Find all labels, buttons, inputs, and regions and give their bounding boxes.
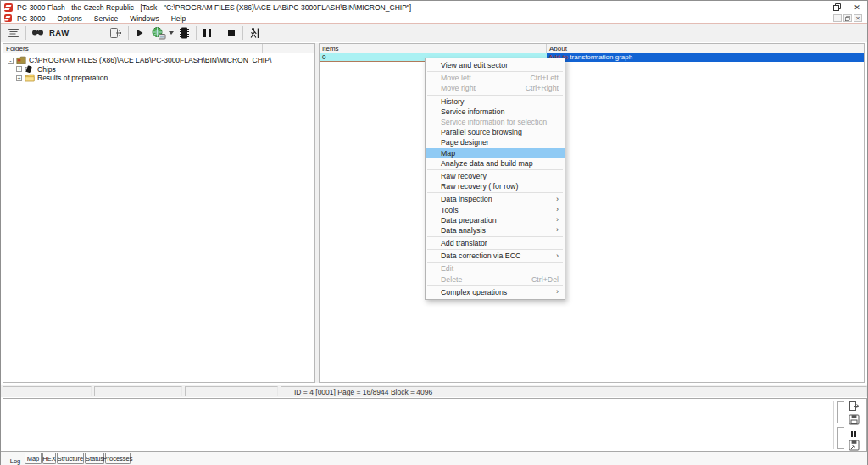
column-header-items[interactable]: Items [320,44,547,53]
menu-item-label: Service information [441,108,504,116]
menu-item-data-correction-via-ecc[interactable]: Data correction via ECC› [426,251,565,261]
read-chip-button[interactable] [148,25,176,41]
raw-button[interactable]: RAW [47,25,72,41]
menu-item-label: Complex operations [441,288,507,296]
menu-item-view-and-edit-sector[interactable]: View and edit sector [426,60,565,70]
tab-processes[interactable]: Processes [105,453,131,464]
tree-row-root[interactable]: - C:\PROGRAM FILES (X86)\ACE LAB\PC-3000… [3,56,314,65]
menu-item-map[interactable]: Map [426,148,565,158]
autosave-log-button[interactable] [848,440,860,451]
tab-log[interactable]: Log [4,456,26,465]
menu-item-history[interactable]: History [426,97,565,107]
pause-log-icon [851,431,853,437]
items-header-row: Items About [320,44,864,53]
menu-pc3000[interactable]: PC-3000 [17,14,53,23]
tab-structure[interactable]: Structure [57,453,84,464]
terminate-button[interactable] [246,25,263,41]
menu-bar: PC-3000 Options Service Windows Help – ✕ [1,14,867,23]
menu-item-label: Map [441,149,455,158]
tree-label-chips: Chips [37,65,56,74]
menu-item-move-right[interactable]: Move rightCtrl+Right [426,83,565,93]
pause-icon [203,29,206,37]
menu-item-analyze-data-and-build-map[interactable]: Analyze data and build map [426,158,565,169]
menu-windows[interactable]: Windows [130,14,165,23]
menu-item-data-analysis[interactable]: Data analysis› [426,225,565,235]
menu-separator [427,262,563,263]
menu-item-add-translator[interactable]: Add translator [426,238,565,248]
menu-item-raw-recovery-for-row[interactable]: Raw recovery ( for row) [426,181,565,191]
export-log-button[interactable] [848,401,860,412]
minimize-button[interactable]: – [806,1,826,14]
menu-item-data-preparation[interactable]: Data preparation› [426,215,565,225]
exit-task-button[interactable] [106,25,125,41]
log-group-frame [837,427,844,449]
items-panel: Items About 0 Add to transformation grap… [319,43,865,383]
table-row-selected[interactable]: 0 Add to transformation graph [320,53,864,62]
restore-button[interactable] [826,1,847,14]
menu-separator [427,236,563,237]
menu-item-service-information[interactable]: Service information [426,107,565,117]
search-button[interactable] [29,25,47,41]
save-log-button[interactable] [848,414,860,425]
tab-hex[interactable]: HEX [42,453,56,464]
about-cell[interactable]: Add to transformation graph [547,53,771,62]
card-reader-button[interactable] [4,25,23,41]
folders-panel: Folders - C:\PROGRAM FILES (X86)\ACE LAB… [3,43,315,383]
mdi-close-button[interactable]: ✕ [854,14,862,22]
tab-status[interactable]: Status [85,453,104,464]
menu-item-label: Page designer [441,138,489,147]
menu-item-data-inspection[interactable]: Data inspection› [426,194,565,204]
menu-separator [427,249,563,250]
status-segment-3 [185,386,278,396]
toolbar-separator [81,26,81,40]
toolbar-separator [25,26,26,40]
menu-item-label: Data inspection [441,195,492,203]
close-button[interactable]: ✕ [847,1,867,14]
submenu-arrow-icon: › [556,216,559,224]
tab-map[interactable]: Map [25,453,42,464]
menu-item-parallel-source-browsing[interactable]: Parallel source browsing [426,127,565,137]
menu-item-label: Raw recovery [441,172,487,180]
menu-item-label: Analyze data and build map [441,159,533,168]
expand-icon[interactable]: + [16,66,22,72]
tree-row-results[interactable]: + Results of preparation [3,74,314,83]
menu-item-label: Data preparation [441,216,497,224]
collapse-icon[interactable]: - [8,58,14,64]
start-play-icon [136,29,144,37]
menu-item-service-information-for-selection[interactable]: Service information for selection [426,117,565,127]
menu-item-raw-recovery[interactable]: Raw recovery [426,171,565,181]
menu-shortcut: Ctrl+Left [531,74,559,82]
tree-label-results: Results of preparation [37,74,108,82]
start-button[interactable] [131,25,148,41]
raw-button-label: RAW [49,28,70,37]
menu-item-edit[interactable]: Edit [426,263,565,274]
menu-item-label: Parallel source browsing [441,128,522,136]
title-bar: PC-3000 Flash - the Czech Republic - [Ta… [1,1,867,14]
menu-options[interactable]: Options [58,14,89,23]
autosave-log-icon [849,440,860,451]
pause-button[interactable] [199,25,216,41]
folders-header[interactable]: Folders [3,44,263,53]
chip-button[interactable] [176,25,193,41]
toolbar-separator [242,26,243,40]
mdi-restore-button[interactable] [843,14,852,22]
menu-item-move-left[interactable]: Move leftCtrl+Left [426,73,565,83]
pause-log-icon [854,431,856,437]
pause-log-button[interactable] [848,429,860,440]
menu-item-page-designer[interactable]: Page designer [426,137,565,147]
menu-service[interactable]: Service [94,14,125,23]
expand-icon[interactable]: + [16,75,22,81]
menu-help[interactable]: Help [171,14,192,23]
bottom-tab-bar: Log Map HEX Structure Status Processes [1,451,867,465]
menu-item-delete[interactable]: DeleteCtrl+Del [426,274,565,285]
column-header-about[interactable]: About [547,44,771,53]
mdi-restore-icon [845,16,850,21]
menu-item-label: Data correction via ECC [441,252,520,260]
menu-item-complex-operations[interactable]: Complex operations› [426,287,565,297]
mdi-minimize-button[interactable]: – [833,14,842,22]
stop-button[interactable] [223,25,240,41]
tree-row-chips[interactable]: + Chips [3,65,314,75]
menu-item-tools[interactable]: Tools› [426,204,565,214]
export-log-icon [849,401,860,412]
menu-shortcut: Ctrl+Del [531,275,559,284]
